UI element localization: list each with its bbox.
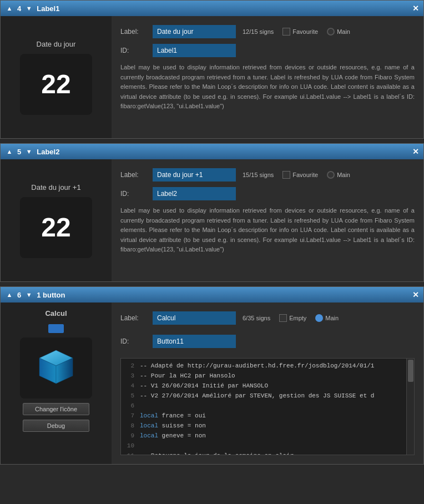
code-line-6: 6 bbox=[121, 401, 406, 411]
panel-5-right: Label: 15/15 signs Favourite Main ID: La… bbox=[112, 159, 423, 281]
panel-4-title: Label1 bbox=[37, 4, 409, 13]
panel-4-preview-title: Date du jour bbox=[37, 40, 76, 48]
panel-6-preview-title: Calcul bbox=[45, 309, 67, 317]
code-line-8: 8 local suisse = non bbox=[121, 421, 406, 431]
panel-4-id-row: ID: bbox=[120, 44, 415, 57]
scrollbar-thumb[interactable] bbox=[408, 360, 413, 382]
code-line-3: 3 -- Pour la HC2 par Hansolo bbox=[121, 371, 406, 381]
panel-6-header: ▲ 6 ▼ 1 button ✕ bbox=[1, 287, 423, 303]
panel-5-label-field-label: Label: bbox=[120, 171, 148, 179]
code-lines-container: 2 -- Adapté de http://gurau-audibert.hd.… bbox=[121, 359, 406, 455]
panel-5-main-wrapper: Main bbox=[327, 171, 350, 179]
panel-5-down-arrow[interactable]: ▼ bbox=[24, 147, 33, 156]
panel-6-code-area[interactable]: 2 -- Adapté de http://gurau-audibert.hd.… bbox=[120, 358, 415, 455]
panel-6-label-field-label: Label: bbox=[120, 314, 148, 322]
panel-4-label-input[interactable] bbox=[153, 25, 236, 38]
panel-4-signs: 12/15 signs bbox=[243, 28, 274, 35]
panel-6-up-arrow[interactable]: ▲ bbox=[5, 290, 14, 299]
panel-5-preview: Date du jour +1 22 bbox=[1, 159, 112, 281]
panel-4-number: 4 bbox=[17, 4, 21, 13]
panel-5-id-row: ID: bbox=[120, 187, 415, 200]
panel-6-change-icon-button[interactable]: Changer l'icône bbox=[23, 403, 89, 415]
cube-icon bbox=[34, 346, 78, 390]
panel-4: ▲ 4 ▼ Label1 ✕ Date du jour 22 Label: 12… bbox=[0, 0, 424, 139]
panel-4-id-input[interactable] bbox=[153, 44, 236, 57]
panel-6-main-label: Main bbox=[325, 315, 339, 321]
panel-5-favourite-wrapper: Favourite bbox=[282, 171, 318, 179]
panel-6-debug-button[interactable]: Debug bbox=[23, 420, 89, 432]
panel-5-id-field-label: ID: bbox=[120, 190, 148, 198]
panel-5-favourite-checkbox[interactable] bbox=[282, 171, 290, 179]
panel-4-label-field-label: Label: bbox=[120, 28, 148, 36]
panel-6-label-row: Label: 6/35 signs Empty Main bbox=[120, 311, 415, 325]
panel-5-up-arrow[interactable]: ▲ bbox=[5, 147, 14, 156]
panel-5-preview-value: 22 bbox=[20, 197, 92, 258]
code-line-9: 9 local geneve = non bbox=[121, 431, 406, 441]
panel-4-id-field-label: ID: bbox=[120, 47, 148, 54]
panel-5-body: Date du jour +1 22 Label: 15/15 signs Fa… bbox=[1, 159, 423, 281]
panel-4-header: ▲ 4 ▼ Label1 ✕ bbox=[1, 1, 423, 16]
panel-5: ▲ 5 ▼ Label2 ✕ Date du jour +1 22 Label:… bbox=[0, 143, 424, 282]
panel-6-preview: Calcul bbox=[1, 303, 112, 464]
panel-6-close-button[interactable]: ✕ bbox=[412, 290, 419, 299]
panel-6-down-arrow[interactable]: ▼ bbox=[24, 290, 33, 299]
panel-6-body: Calcul bbox=[1, 303, 423, 464]
panel-4-right: Label: 12/15 signs Favourite Main ID: La… bbox=[112, 16, 423, 138]
panel-6-title: 1 button bbox=[37, 291, 409, 299]
panel-5-signs: 15/15 signs bbox=[243, 172, 274, 178]
panel-6-id-row: ID: bbox=[120, 335, 415, 348]
panel-6-main-radio[interactable] bbox=[315, 314, 323, 322]
panel-6-id-input[interactable] bbox=[153, 335, 236, 348]
panel-4-preview: Date du jour 22 bbox=[1, 16, 112, 138]
panel-4-favourite-label: Favourite bbox=[292, 28, 318, 35]
code-line-5: 5 -- V2 27/06/2014 Amélioré par STEVEN, … bbox=[121, 391, 406, 401]
panel-6-right: Label: 6/35 signs Empty Main ID: bbox=[112, 303, 423, 464]
panel-5-id-input[interactable] bbox=[153, 187, 236, 200]
panel-5-description: Label may be used to display information… bbox=[120, 206, 415, 255]
panel-6-icon-box bbox=[20, 337, 92, 399]
panel-4-body: Date du jour 22 Label: 12/15 signs Favou… bbox=[1, 16, 423, 138]
panel-6-number: 6 bbox=[17, 291, 21, 299]
panel-5-label-row: Label: 15/15 signs Favourite Main bbox=[120, 168, 415, 182]
panel-5-main-radio[interactable] bbox=[327, 171, 335, 179]
panel-4-main-wrapper: Main bbox=[327, 28, 350, 36]
panel-6-empty-label: Empty bbox=[289, 315, 306, 321]
panel-4-down-arrow[interactable]: ▼ bbox=[24, 4, 33, 13]
code-line-2: 2 -- Adapté de http://gurau-audibert.hd.… bbox=[121, 361, 406, 371]
code-line-4: 4 -- V1 26/06/2014 Initié par HANSOLO bbox=[121, 381, 406, 391]
panel-6-id-field-label: ID: bbox=[120, 337, 148, 345]
panel-4-up-arrow[interactable]: ▲ bbox=[5, 4, 14, 13]
panel-6-empty-checkbox[interactable] bbox=[279, 314, 287, 322]
code-line-10: 10 bbox=[121, 441, 406, 451]
panel-4-main-radio[interactable] bbox=[327, 28, 335, 36]
panel-5-main-label: Main bbox=[337, 172, 350, 178]
panel-4-preview-value: 22 bbox=[20, 54, 92, 115]
panel-6-blue-indicator bbox=[48, 324, 64, 333]
panel-6-empty-wrapper: Empty bbox=[279, 314, 306, 322]
panel-5-favourite-label: Favourite bbox=[292, 172, 318, 178]
code-line-7: 7 local france = oui bbox=[121, 411, 406, 421]
panel-4-favourite-checkbox[interactable] bbox=[282, 28, 290, 36]
panel-6-label-input[interactable] bbox=[153, 311, 236, 325]
panel-4-description: Label may be used to display information… bbox=[120, 63, 415, 112]
panel-5-header: ▲ 5 ▼ Label2 ✕ bbox=[1, 144, 423, 159]
panel-4-favourite-wrapper: Favourite bbox=[282, 28, 318, 36]
panel-4-close-button[interactable]: ✕ bbox=[412, 4, 419, 13]
panel-5-preview-title: Date du jour +1 bbox=[31, 183, 80, 191]
panel-5-title: Label2 bbox=[37, 148, 409, 156]
panel-5-number: 5 bbox=[17, 148, 21, 156]
panel-6-signs: 6/35 signs bbox=[243, 315, 270, 321]
panel-6: ▲ 6 ▼ 1 button ✕ Calcul bbox=[0, 286, 424, 465]
code-scrollbar[interactable] bbox=[406, 359, 414, 455]
panel-6-main-wrapper: Main bbox=[315, 314, 339, 322]
code-line-11: 11 -- Retourne le jour de la semaine en … bbox=[121, 451, 406, 455]
panel-4-label-row: Label: 12/15 signs Favourite Main bbox=[120, 25, 415, 38]
panel-4-main-label: Main bbox=[337, 28, 350, 35]
panel-5-close-button[interactable]: ✕ bbox=[412, 147, 419, 156]
panel-5-label-input[interactable] bbox=[153, 168, 236, 182]
